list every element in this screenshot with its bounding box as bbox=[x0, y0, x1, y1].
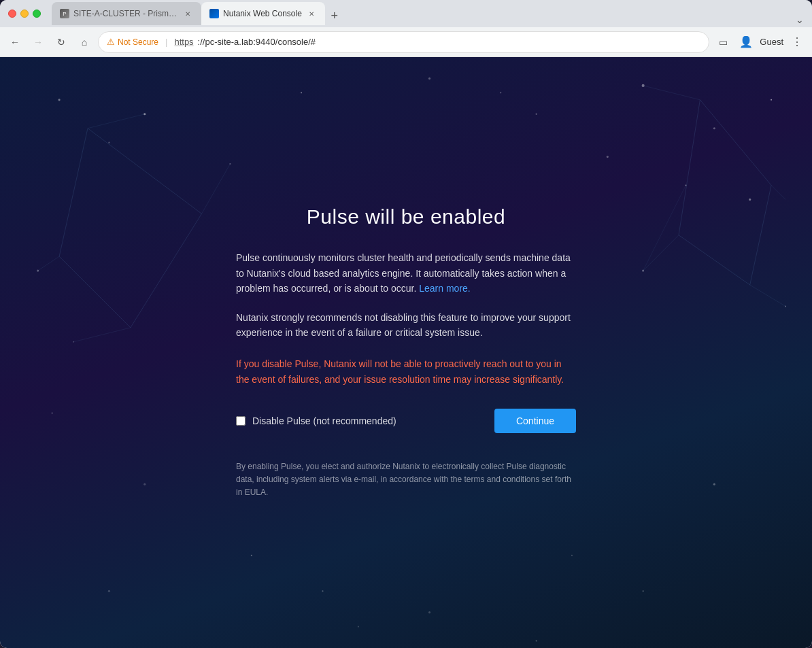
disable-pulse-checkbox[interactable] bbox=[236, 416, 246, 426]
svg-line-37 bbox=[750, 285, 785, 306]
svg-point-16 bbox=[52, 412, 53, 413]
maximize-window-button[interactable] bbox=[33, 10, 41, 18]
main-content-area: Pulse will be enabled Pulse continuously… bbox=[0, 57, 812, 648]
svg-point-5 bbox=[428, 78, 430, 80]
browser-window: P SITE-A-CLUSTER - Prism Elem... ✕ Nutan… bbox=[0, 0, 812, 648]
description-text: Pulse continuously monitors cluster heal… bbox=[236, 250, 576, 296]
profile-button[interactable]: 👤 bbox=[737, 33, 756, 52]
content-card: Pulse will be enabled Pulse continuously… bbox=[222, 205, 590, 499]
warning-icon: ⚠ bbox=[107, 37, 115, 47]
traffic-lights bbox=[8, 10, 41, 18]
disable-pulse-checkbox-label[interactable]: Disable Pulse (not recommended) bbox=[236, 415, 396, 426]
svg-line-32 bbox=[73, 328, 131, 342]
address-separator: | bbox=[165, 37, 167, 47]
tabs-expand-icon[interactable]: ⌄ bbox=[796, 14, 804, 25]
tab-2-close-button[interactable]: ✕ bbox=[306, 8, 317, 19]
tab-2-favicon bbox=[209, 9, 219, 18]
svg-line-30 bbox=[88, 114, 145, 129]
learn-more-link[interactable]: Learn more. bbox=[419, 283, 470, 294]
svg-point-0 bbox=[58, 99, 61, 101]
svg-point-1 bbox=[108, 142, 109, 143]
minimize-window-button[interactable] bbox=[20, 10, 29, 18]
svg-point-21 bbox=[643, 590, 644, 592]
checkbox-label-text: Disable Pulse (not recommended) bbox=[252, 415, 396, 426]
svg-point-20 bbox=[713, 483, 715, 485]
nav-right-controls: ▭ 👤 Guest ⋮ bbox=[713, 33, 807, 52]
address-bar[interactable]: ⚠ Not Secure | https ://pc-site-a.lab:94… bbox=[98, 31, 709, 53]
footer-text: By enabling Pulse, you elect and authori… bbox=[236, 460, 576, 500]
svg-point-22 bbox=[358, 626, 359, 628]
new-tab-button[interactable]: + bbox=[325, 6, 344, 25]
navigation-bar: ← → ↻ ⌂ ⚠ Not Secure | https ://pc-site-… bbox=[0, 27, 812, 57]
page-title: Pulse will be enabled bbox=[236, 205, 576, 228]
url-https-part: https bbox=[174, 37, 193, 47]
tab-1-favicon: P bbox=[60, 9, 69, 18]
url-rest-part: ://pc-site-a.lab:9440/console/# bbox=[198, 37, 316, 47]
svg-line-36 bbox=[771, 185, 785, 199]
forward-button[interactable]: → bbox=[29, 33, 48, 52]
svg-point-28 bbox=[536, 640, 537, 641]
svg-point-26 bbox=[322, 590, 323, 592]
svg-line-35 bbox=[643, 86, 700, 100]
action-row: Disable Pulse (not recommended) Continue bbox=[236, 409, 576, 433]
svg-point-6 bbox=[536, 114, 537, 115]
svg-point-4 bbox=[301, 92, 302, 93]
svg-point-17 bbox=[143, 483, 146, 485]
profile-label[interactable]: Guest bbox=[760, 37, 783, 47]
not-secure-label: Not Secure bbox=[118, 37, 158, 47]
tab-1[interactable]: P SITE-A-CLUSTER - Prism Elem... ✕ bbox=[52, 2, 201, 25]
svg-point-27 bbox=[428, 611, 430, 613]
tab-2[interactable]: Nutanix Web Console ✕ bbox=[201, 2, 325, 25]
svg-point-8 bbox=[713, 127, 715, 129]
svg-line-39 bbox=[643, 185, 686, 271]
tab-1-close-button[interactable]: ✕ bbox=[182, 8, 193, 19]
tab-2-label: Nutanix Web Console bbox=[223, 9, 302, 18]
recommend-text: Nutanix strongly recommends not disablin… bbox=[236, 310, 576, 341]
back-button[interactable]: ← bbox=[5, 33, 24, 52]
title-bar: P SITE-A-CLUSTER - Prism Elem... ✕ Nutan… bbox=[0, 0, 812, 27]
browser-menu-button[interactable]: ⋮ bbox=[788, 33, 807, 52]
svg-point-18 bbox=[251, 555, 252, 556]
svg-line-33 bbox=[38, 256, 59, 271]
not-secure-indicator: ⚠ Not Secure bbox=[107, 37, 158, 47]
svg-point-12 bbox=[749, 199, 751, 201]
tabs-bar: P SITE-A-CLUSTER - Prism Elem... ✕ Nutan… bbox=[52, 2, 804, 25]
description-body: Pulse continuously monitors cluster heal… bbox=[236, 252, 571, 294]
svg-line-38 bbox=[643, 235, 679, 271]
svg-point-9 bbox=[771, 99, 772, 101]
tab-1-label: SITE-A-CLUSTER - Prism Elem... bbox=[73, 9, 178, 18]
continue-button[interactable]: Continue bbox=[494, 409, 576, 433]
home-button[interactable]: ⌂ bbox=[75, 33, 94, 52]
svg-marker-34 bbox=[679, 100, 771, 285]
svg-point-19 bbox=[571, 555, 573, 556]
reload-button[interactable]: ↻ bbox=[52, 33, 71, 52]
svg-point-25 bbox=[607, 156, 609, 158]
svg-point-24 bbox=[500, 92, 501, 93]
warning-text: If you disable Pulse, Nutanix will not b… bbox=[236, 356, 576, 387]
svg-point-23 bbox=[108, 590, 110, 592]
svg-marker-29 bbox=[59, 129, 201, 328]
reader-mode-button[interactable]: ▭ bbox=[713, 33, 732, 52]
close-window-button[interactable] bbox=[8, 10, 16, 18]
